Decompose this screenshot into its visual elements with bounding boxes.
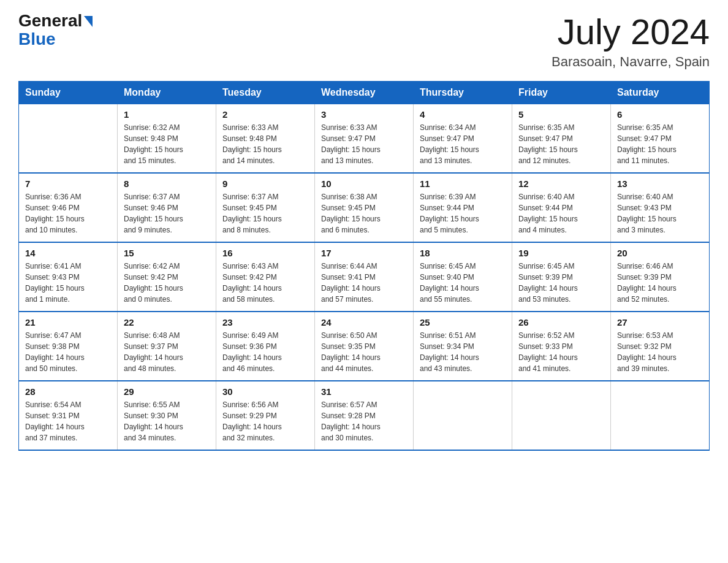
calendar-cell: 24Sunrise: 6:50 AMSunset: 9:35 PMDayligh…	[315, 312, 414, 381]
calendar-cell: 6Sunrise: 6:35 AMSunset: 9:47 PMDaylight…	[611, 104, 710, 173]
day-number: 4	[420, 109, 506, 120]
calendar-cell: 1Sunrise: 6:32 AMSunset: 9:48 PMDaylight…	[118, 104, 216, 173]
weekday-header-sunday: Sunday	[19, 81, 118, 104]
weekday-header-monday: Monday	[118, 81, 216, 104]
day-number: 30	[222, 386, 308, 397]
weekday-header-wednesday: Wednesday	[315, 81, 414, 104]
day-number: 6	[617, 109, 703, 120]
day-number: 27	[617, 317, 703, 327]
day-info: Sunrise: 6:40 AMSunset: 9:44 PMDaylight:…	[518, 191, 604, 236]
day-number: 8	[124, 178, 210, 189]
calendar-cell: 22Sunrise: 6:48 AMSunset: 9:37 PMDayligh…	[118, 312, 216, 381]
logo-arrow-icon	[84, 16, 93, 27]
calendar-cell: 8Sunrise: 6:37 AMSunset: 9:46 PMDaylight…	[118, 173, 216, 242]
day-info: Sunrise: 6:33 AMSunset: 9:47 PMDaylight:…	[321, 122, 407, 166]
calendar-cell: 31Sunrise: 6:57 AMSunset: 9:28 PMDayligh…	[315, 381, 414, 450]
day-info: Sunrise: 6:53 AMSunset: 9:32 PMDaylight:…	[617, 330, 703, 374]
calendar-cell: 18Sunrise: 6:45 AMSunset: 9:40 PMDayligh…	[414, 242, 512, 312]
calendar-cell: 26Sunrise: 6:52 AMSunset: 9:33 PMDayligh…	[512, 312, 611, 381]
day-number: 31	[321, 386, 407, 397]
day-number: 12	[518, 178, 604, 189]
calendar-cell: 5Sunrise: 6:35 AMSunset: 9:47 PMDaylight…	[512, 104, 611, 173]
calendar-cell: 4Sunrise: 6:34 AMSunset: 9:47 PMDaylight…	[414, 104, 512, 173]
logo: General Blue	[18, 12, 93, 48]
weekday-header-row: SundayMondayTuesdayWednesdayThursdayFrid…	[19, 81, 710, 104]
day-number: 16	[222, 248, 308, 258]
day-number: 25	[420, 317, 506, 327]
day-info: Sunrise: 6:56 AMSunset: 9:29 PMDaylight:…	[222, 399, 308, 443]
day-info: Sunrise: 6:35 AMSunset: 9:47 PMDaylight:…	[518, 122, 604, 166]
calendar-week-row: 14Sunrise: 6:41 AMSunset: 9:43 PMDayligh…	[19, 242, 710, 312]
day-info: Sunrise: 6:49 AMSunset: 9:36 PMDaylight:…	[222, 330, 308, 374]
day-info: Sunrise: 6:39 AMSunset: 9:44 PMDaylight:…	[420, 191, 506, 236]
day-info: Sunrise: 6:40 AMSunset: 9:43 PMDaylight:…	[617, 191, 703, 236]
calendar-week-row: 1Sunrise: 6:32 AMSunset: 9:48 PMDaylight…	[19, 104, 710, 173]
weekday-header-thursday: Thursday	[414, 81, 512, 104]
calendar-cell: 21Sunrise: 6:47 AMSunset: 9:38 PMDayligh…	[19, 312, 118, 381]
day-number: 26	[518, 317, 604, 327]
calendar-table: SundayMondayTuesdayWednesdayThursdayFrid…	[18, 81, 710, 451]
day-number: 14	[25, 248, 111, 258]
location-subtitle: Barasoain, Navarre, Spain	[552, 54, 710, 70]
calendar-cell: 16Sunrise: 6:43 AMSunset: 9:42 PMDayligh…	[216, 242, 315, 312]
day-info: Sunrise: 6:44 AMSunset: 9:41 PMDaylight:…	[321, 261, 407, 305]
day-number: 15	[124, 248, 210, 258]
day-info: Sunrise: 6:38 AMSunset: 9:45 PMDaylight:…	[321, 191, 407, 236]
calendar-cell: 17Sunrise: 6:44 AMSunset: 9:41 PMDayligh…	[315, 242, 414, 312]
day-info: Sunrise: 6:51 AMSunset: 9:34 PMDaylight:…	[420, 330, 506, 374]
day-number: 9	[222, 178, 308, 189]
day-info: Sunrise: 6:47 AMSunset: 9:38 PMDaylight:…	[25, 330, 111, 374]
logo-blue-text: Blue	[18, 31, 56, 48]
day-number: 22	[124, 317, 210, 327]
day-number: 10	[321, 178, 407, 189]
calendar-cell: 10Sunrise: 6:38 AMSunset: 9:45 PMDayligh…	[315, 173, 414, 242]
day-number: 18	[420, 248, 506, 258]
day-info: Sunrise: 6:48 AMSunset: 9:37 PMDaylight:…	[124, 330, 210, 374]
day-info: Sunrise: 6:37 AMSunset: 9:45 PMDaylight:…	[222, 191, 308, 236]
weekday-header-friday: Friday	[512, 81, 611, 104]
calendar-cell	[19, 104, 118, 173]
calendar-cell: 7Sunrise: 6:36 AMSunset: 9:46 PMDaylight…	[19, 173, 118, 242]
calendar-cell	[611, 381, 710, 450]
day-number: 13	[617, 178, 703, 189]
day-info: Sunrise: 6:41 AMSunset: 9:43 PMDaylight:…	[25, 261, 111, 305]
day-info: Sunrise: 6:45 AMSunset: 9:40 PMDaylight:…	[420, 261, 506, 305]
day-info: Sunrise: 6:46 AMSunset: 9:39 PMDaylight:…	[617, 261, 703, 305]
day-info: Sunrise: 6:32 AMSunset: 9:48 PMDaylight:…	[124, 122, 210, 166]
calendar-cell: 12Sunrise: 6:40 AMSunset: 9:44 PMDayligh…	[512, 173, 611, 242]
logo-general: General	[18, 12, 93, 29]
day-number: 17	[321, 248, 407, 258]
calendar-week-row: 7Sunrise: 6:36 AMSunset: 9:46 PMDaylight…	[19, 173, 710, 242]
calendar-cell: 13Sunrise: 6:40 AMSunset: 9:43 PMDayligh…	[611, 173, 710, 242]
calendar-cell: 20Sunrise: 6:46 AMSunset: 9:39 PMDayligh…	[611, 242, 710, 312]
title-block: July 2024 Barasoain, Navarre, Spain	[552, 12, 710, 70]
weekday-header-saturday: Saturday	[611, 81, 710, 104]
calendar-cell: 3Sunrise: 6:33 AMSunset: 9:47 PMDaylight…	[315, 104, 414, 173]
day-info: Sunrise: 6:35 AMSunset: 9:47 PMDaylight:…	[617, 122, 703, 166]
calendar-cell	[414, 381, 512, 450]
day-number: 29	[124, 386, 210, 397]
calendar-week-row: 28Sunrise: 6:54 AMSunset: 9:31 PMDayligh…	[19, 381, 710, 450]
calendar-cell: 14Sunrise: 6:41 AMSunset: 9:43 PMDayligh…	[19, 242, 118, 312]
calendar-cell: 23Sunrise: 6:49 AMSunset: 9:36 PMDayligh…	[216, 312, 315, 381]
calendar-cell: 19Sunrise: 6:45 AMSunset: 9:39 PMDayligh…	[512, 242, 611, 312]
calendar-cell: 25Sunrise: 6:51 AMSunset: 9:34 PMDayligh…	[414, 312, 512, 381]
header: General Blue July 2024 Barasoain, Navarr…	[18, 12, 710, 70]
day-number: 7	[25, 178, 111, 189]
day-number: 1	[124, 109, 210, 120]
day-number: 5	[518, 109, 604, 120]
month-title: July 2024	[552, 12, 710, 52]
day-info: Sunrise: 6:33 AMSunset: 9:48 PMDaylight:…	[222, 122, 308, 166]
calendar-cell: 30Sunrise: 6:56 AMSunset: 9:29 PMDayligh…	[216, 381, 315, 450]
day-number: 19	[518, 248, 604, 258]
day-info: Sunrise: 6:57 AMSunset: 9:28 PMDaylight:…	[321, 399, 407, 443]
day-info: Sunrise: 6:55 AMSunset: 9:30 PMDaylight:…	[124, 399, 210, 443]
calendar-cell: 29Sunrise: 6:55 AMSunset: 9:30 PMDayligh…	[118, 381, 216, 450]
day-number: 24	[321, 317, 407, 327]
day-number: 2	[222, 109, 308, 120]
weekday-header-tuesday: Tuesday	[216, 81, 315, 104]
day-info: Sunrise: 6:37 AMSunset: 9:46 PMDaylight:…	[124, 191, 210, 236]
calendar-cell: 15Sunrise: 6:42 AMSunset: 9:42 PMDayligh…	[118, 242, 216, 312]
day-info: Sunrise: 6:45 AMSunset: 9:39 PMDaylight:…	[518, 261, 604, 305]
day-number: 20	[617, 248, 703, 258]
